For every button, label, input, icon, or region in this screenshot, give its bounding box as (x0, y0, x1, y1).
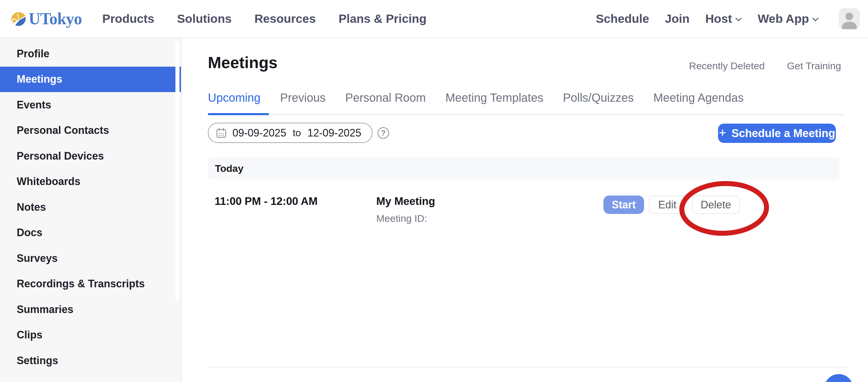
logo-wordmark: UTokyo (29, 9, 82, 28)
sidebar-item-events[interactable]: Events (0, 92, 181, 118)
sidebar-item-surveys[interactable]: Surveys (0, 246, 181, 271)
sidebar-item-profile[interactable]: Profile (0, 41, 181, 67)
sidebar-item-settings[interactable]: Settings (0, 348, 181, 374)
tab-active-indicator (208, 113, 269, 115)
sidebar-item-recordings-transcripts[interactable]: Recordings & Transcripts (0, 271, 181, 297)
get-training-link[interactable]: Get Training (787, 60, 841, 72)
today-section-header: Today (208, 157, 839, 180)
nav-products[interactable]: Products (102, 12, 154, 26)
sidebar-item-docs[interactable]: Docs (0, 220, 181, 246)
top-navigation: UTokyo Products Solutions Resources Plan… (0, 0, 868, 38)
chevron-down-icon (812, 17, 819, 22)
nav-plans-pricing[interactable]: Plans & Pricing (339, 12, 427, 26)
date-range-to-label: to (292, 127, 302, 138)
sidebar-item-personal-devices[interactable]: Personal Devices (0, 143, 181, 169)
nav-schedule[interactable]: Schedule (596, 12, 649, 26)
primary-nav: Products Solutions Resources Plans & Pri… (102, 12, 427, 26)
tab-polls-quizzes[interactable]: Polls/Quizzes (563, 91, 633, 113)
edit-button[interactable]: Edit (649, 195, 686, 214)
help-icon[interactable]: ? (377, 127, 389, 139)
nav-join-label: Join (665, 12, 689, 26)
nav-webapp-label: Web App (758, 12, 809, 26)
meeting-time: 11:00 PM - 12:00 AM (215, 195, 317, 208)
plus-icon: + (719, 127, 726, 138)
sidebar-item-personal-contacts[interactable]: Personal Contacts (0, 118, 181, 144)
tabs-underline-track (208, 114, 845, 115)
schedule-a-meeting-button[interactable]: + Schedule a Meeting (718, 124, 836, 143)
tab-meeting-agendas[interactable]: Meeting Agendas (653, 91, 744, 113)
sidebar-item-whiteboards[interactable]: Whiteboards (0, 169, 181, 195)
nav-host-menu[interactable]: Host (706, 12, 742, 26)
nav-webapp-menu[interactable]: Web App (758, 12, 819, 26)
sidebar-scrollbar[interactable] (176, 41, 180, 301)
tab-personal-room[interactable]: Personal Room (345, 91, 426, 113)
meeting-id-label: Meeting ID: (376, 213, 427, 224)
support-fab-button[interactable] (824, 374, 854, 382)
question-mark-glyph: ? (381, 129, 385, 138)
delete-button[interactable]: Delete (692, 195, 740, 214)
today-label: Today (215, 163, 244, 174)
person-icon (839, 8, 860, 29)
nav-host-label: Host (706, 12, 732, 26)
secondary-nav: Schedule Join Host Web App (596, 8, 860, 29)
nav-solutions[interactable]: Solutions (177, 12, 232, 26)
sidebar-item-summaries[interactable]: Summaries (0, 297, 181, 322)
zoom-web-portal: UTokyo Products Solutions Resources Plan… (0, 0, 868, 382)
meetings-page: Meetings Recently Deleted Get Training U… (182, 38, 868, 382)
sidebar-item-clips[interactable]: Clips (0, 322, 181, 348)
chevron-down-icon (735, 17, 742, 22)
start-button[interactable]: Start (603, 195, 644, 214)
sidebar-item-meetings[interactable]: Meetings (0, 67, 181, 92)
utokyo-ginkgo-icon (11, 11, 26, 26)
date-from-value[interactable]: 09-09-2025 (232, 127, 286, 139)
user-avatar[interactable] (839, 8, 860, 29)
calendar-icon (216, 128, 226, 138)
nav-schedule-label: Schedule (596, 12, 649, 26)
meeting-title[interactable]: My Meeting (376, 195, 435, 208)
page-top-links: Recently Deleted Get Training (689, 60, 841, 72)
settings-sidebar: Profile Meetings Events Personal Contact… (0, 38, 182, 382)
utokyo-logo[interactable]: UTokyo (11, 9, 82, 28)
date-to-value[interactable]: 12-09-2025 (308, 127, 361, 139)
sidebar-item-notes[interactable]: Notes (0, 194, 181, 220)
tab-meeting-templates[interactable]: Meeting Templates (445, 91, 543, 113)
nav-join[interactable]: Join (665, 12, 689, 26)
tab-upcoming[interactable]: Upcoming (208, 91, 260, 113)
content-bottom-divider (208, 367, 848, 368)
nav-resources[interactable]: Resources (254, 12, 316, 26)
recently-deleted-link[interactable]: Recently Deleted (689, 60, 765, 72)
meetings-tabs: Upcoming Previous Personal Room Meeting … (208, 91, 744, 113)
date-range-picker[interactable]: 09-09-2025 to 12-09-2025 (208, 123, 372, 143)
schedule-a-meeting-label: Schedule a Meeting (732, 127, 835, 140)
tab-previous[interactable]: Previous (280, 91, 326, 113)
page-title: Meetings (208, 53, 277, 72)
